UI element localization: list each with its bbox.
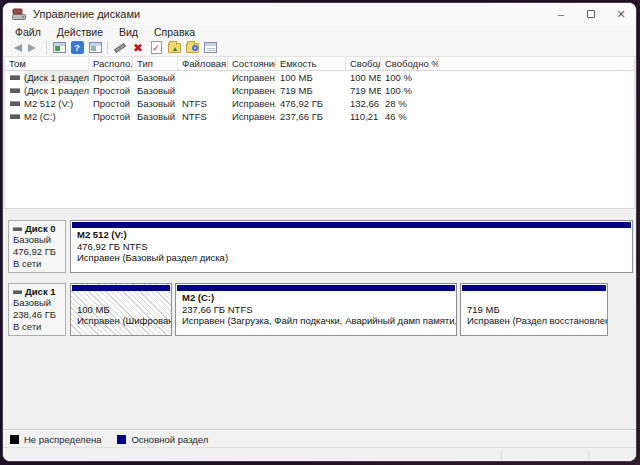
partition-label [467,292,606,304]
explore-folder-button[interactable] [183,40,201,56]
volume-cell: 719 МБ [346,84,381,97]
volume-cell: 719 МБ [276,84,346,97]
volume-cell: 476,92 ГБ [276,97,346,110]
sep-1 [46,41,47,54]
volume-cell: 237,66 ГБ [276,110,346,123]
menu-action[interactable]: Действие [49,25,111,39]
help-button[interactable]: ? [68,40,86,56]
volume-cell: Исправен... [228,71,276,84]
column-header-6[interactable]: Емкость [276,57,346,70]
menu-bar: ФайлДействиеВидСправка [3,25,636,39]
partition-block[interactable]: M2 (C:)237,66 ГБ NTFSИсправен (Загрузка,… [175,283,457,336]
volume-row[interactable]: (Диск 1 раздел 1)ПростойБазовыйИсправен.… [5,71,634,84]
status-bar-divider [588,451,589,461]
sep-2 [107,41,108,54]
partition-label [77,292,170,304]
column-header-7[interactable]: Свобод... [346,57,381,70]
open-folder-button[interactable]: ▲ [165,40,183,56]
partition-status: Исправен (Раздел восстановления) [467,315,606,327]
volume-cell: Базовый [133,71,178,84]
column-header-9[interactable] [439,57,634,70]
partition-size: 476,92 ГБ NTFS [77,241,631,253]
partition-status: Исправен (Загрузка, Файл подкачки, Авари… [182,315,455,327]
close-button[interactable]: ✕ [606,3,636,25]
disk-status: В сети [13,258,61,270]
menu-view[interactable]: Вид [111,25,146,39]
volume-name-label: M2 (C:) [24,110,56,123]
column-header-3[interactable]: Тип [133,57,178,70]
volume-cell: M2 (C:) [5,110,89,123]
delete-volume-icon: ✖ [133,42,143,54]
partition-label: M2 (C:) [182,292,455,304]
column-header-2[interactable]: Располо... [89,57,133,70]
partition-text: M2 (C:)237,66 ГБ NTFSИсправен (Загрузка,… [177,291,455,327]
volume-cell: Простой [89,110,133,123]
menu-file[interactable]: Файл [7,25,49,39]
volume-row[interactable]: M2 (C:)ПростойБазовыйNTFSИсправен...237,… [5,110,634,123]
column-header-4[interactable]: Файловая с... [178,57,228,70]
open-folder-icon: ▲ [168,43,181,53]
disk-header-card[interactable]: Диск 0Базовый476,92 ГБВ сети [8,220,66,273]
volume-name-label: (Диск 1 раздел 1) [24,71,89,84]
legend-label: Основной раздел [131,434,208,445]
disk-name: Диск 1 [13,286,61,297]
volume-cell: Базовый [133,84,178,97]
legend-bar: Не распределенаОсновной раздел [3,430,636,447]
volume-list-rows: (Диск 1 раздел 1)ПростойБазовыйИсправен.… [5,71,634,123]
partition-status: Исправен (Базовый раздел диска) [77,252,631,264]
disk-partitions: M2 512 (V:)476,92 ГБ NTFSИсправен (Базов… [70,220,633,273]
back-button[interactable] [7,40,25,56]
minimize-button[interactable]: – [546,3,576,25]
menu-help[interactable]: Справка [146,25,203,39]
show-console-tree-button[interactable] [50,40,68,56]
column-header-5[interactable]: Состояние [228,57,276,70]
partition-size: 100 МБ [77,304,170,316]
tool-icon [114,42,126,52]
disk-row-0: Диск 0Базовый476,92 ГБВ сетиM2 512 (V:)4… [8,220,633,273]
disk-header-card[interactable]: Диск 1Базовый238,46 ГБВ сети [8,283,66,336]
maximize-button[interactable] [576,3,606,25]
legend-color-swatch [10,435,19,444]
partition-block[interactable]: 100 МБИсправен (Шифрованный (EFI) систем… [70,283,172,336]
partition-text: M2 512 (V:)476,92 ГБ NTFSИсправен (Базов… [72,228,631,264]
status-bar [3,447,636,462]
forward-icon [28,44,40,52]
disk-name-label: Диск 1 [25,286,56,297]
show-action-pane-button[interactable] [86,40,104,56]
disk-status: В сети [13,321,61,333]
volume-cell: Базовый [133,97,178,110]
window-controls: – ✕ [546,3,636,25]
partition-size: 719 МБ [467,304,606,316]
tool-button[interactable] [111,40,129,56]
volume-cell: 46 % [381,110,439,123]
partition-block[interactable]: M2 512 (V:)476,92 ГБ NTFSИсправен (Базов… [70,220,633,273]
check-document-button[interactable]: ✓ [147,40,165,56]
forward-button[interactable] [25,40,43,56]
disk-graph-pane: Диск 0Базовый476,92 ГБВ сетиM2 512 (V:)4… [3,214,636,430]
legend-label: Не распределена [24,434,101,445]
volume-cell: Исправен... [228,84,276,97]
volume-cell: (Диск 1 раздел 1) [5,71,89,84]
volume-row[interactable]: (Диск 1 раздел 4)ПростойБазовыйИсправен.… [5,84,634,97]
column-header-1[interactable]: Том [5,57,89,70]
volume-row[interactable]: M2 512 (V:)ПростойБазовыйNTFSИсправен...… [5,97,634,110]
column-header-8[interactable]: Свободно % [381,57,439,70]
properties-button[interactable] [201,40,219,56]
disk-name: Диск 0 [13,223,61,234]
volume-cell: Простой [89,97,133,110]
volume-cell: 110,21 ГБ [346,110,381,123]
volume-icon [10,114,20,119]
volume-icon [10,88,20,93]
delete-volume-button[interactable]: ✖ [129,40,147,56]
volume-cell: NTFS [178,110,228,123]
disk-icon [13,290,22,294]
volume-cell: Простой [89,84,133,97]
volume-cell: 132,66 ГБ [346,97,381,110]
desktop-backdrop: Управление дисками – ✕ ФайлДействиеВидСп… [0,0,640,465]
volume-name-label: M2 512 (V:) [24,97,73,110]
volume-cell: Исправен... [228,97,276,110]
help-icon: ? [71,41,84,54]
disk-type: Базовый [13,234,61,246]
back-icon [10,44,22,52]
partition-block[interactable]: 719 МБИсправен (Раздел восстановления) [460,283,608,336]
